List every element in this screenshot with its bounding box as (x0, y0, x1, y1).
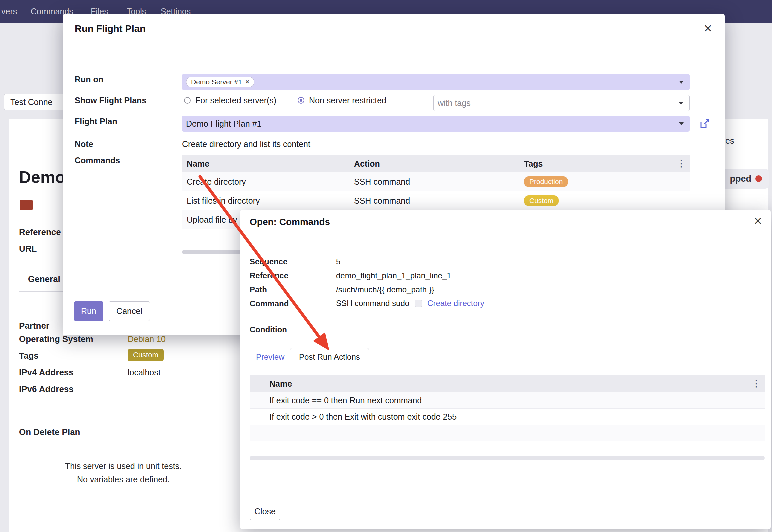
note-line-1: This server is used in unit tests. (50, 459, 197, 473)
open-commands-modal: Open: Commands × Sequence Reference Path… (240, 210, 771, 529)
table-row[interactable]: Create directory SSH command Production (182, 172, 690, 191)
cell-action: SSH command (354, 196, 410, 206)
chevron-down-icon (679, 102, 683, 105)
post-run-actions-table: Name ⋮ If exit code == 0 then Run next c… (250, 375, 765, 441)
run-button[interactable]: Run (74, 301, 103, 321)
note-value: Create directory and list its content (182, 138, 310, 150)
label-flight-plan: Flight Plan (75, 116, 117, 127)
column-options-icon[interactable]: ⋮ (677, 158, 686, 169)
label-show-flight-plans: Show Flight Plans (75, 95, 146, 106)
form-separator (176, 72, 176, 265)
col-action[interactable]: Action (354, 159, 380, 169)
field-label-ipv6: IPv6 Address (19, 384, 74, 394)
col-name[interactable]: Name (269, 379, 292, 389)
column-options-icon[interactable]: ⋮ (752, 378, 761, 389)
cancel-button[interactable]: Cancel (109, 301, 150, 321)
close-icon[interactable]: × (704, 21, 712, 35)
panel-header-fragment: es (725, 136, 734, 146)
field-label-on-delete-plan: On Delete Plan (19, 427, 80, 437)
field-value-ipv4: localhost (128, 367, 161, 378)
nav-item-servers[interactable]: vers (1, 0, 17, 23)
cell-name: Create directory (187, 177, 246, 187)
chip-remove-icon[interactable]: ✕ (245, 79, 250, 85)
close-button[interactable]: Close (250, 503, 280, 520)
table-row[interactable]: If exit code > 0 then Exit with custom e… (250, 409, 765, 425)
commands-modal-title: Open: Commands (250, 217, 330, 227)
cell-action-name: If exit code > 0 then Exit with custom e… (269, 412, 457, 422)
status-label: pped (730, 174, 752, 184)
label-condition: Condition (250, 324, 287, 335)
cell-action: SSH command (354, 177, 410, 187)
label-command: Command (250, 298, 289, 309)
field-label-tags: Tags (19, 350, 39, 361)
label-path: Path (250, 284, 267, 295)
run-modal-title: Run Flight Plan (75, 23, 146, 34)
value-command: SSH command sudo (336, 299, 409, 308)
value-reference: demo_flight_plan_1_plan_line_1 (336, 270, 451, 281)
table-row[interactable]: List files in directory SSH command Cust… (182, 191, 690, 210)
cell-name: Upload file by (187, 215, 237, 225)
tag-badge-production: Production (524, 176, 568, 187)
flight-plan-value: Demo Flight Plan #1 (186, 119, 262, 129)
tag-badge-custom: Custom (524, 195, 559, 206)
table-row[interactable]: If exit code == 0 then Run next command (250, 392, 765, 409)
form-separator (332, 322, 332, 338)
chevron-down-icon (679, 81, 684, 84)
status-stopped-dot (755, 175, 762, 182)
color-swatch[interactable] (20, 200, 33, 210)
tags-placeholder: with tags (438, 98, 471, 108)
value-path: /such/much/{{ demo_path }} (336, 284, 434, 295)
field-label-ipv4: IPv4 Address (19, 367, 74, 378)
commands-table-header: Name Action Tags ⋮ (182, 155, 690, 172)
note-line-2: No variables are defined. (50, 473, 197, 486)
radio-for-selected-servers[interactable] (184, 97, 191, 104)
create-directory-link[interactable]: Create directory (427, 299, 484, 308)
label-run-on: Run on (75, 74, 103, 85)
server-chip[interactable]: Demo Server #1 ✕ (186, 77, 254, 87)
field-label-partner: Partner (19, 320, 49, 331)
unit-test-note: This server is used in unit tests. No va… (50, 459, 197, 486)
label-commands: Commands (75, 155, 120, 166)
label-reference: Reference (250, 270, 288, 281)
fields-divider (120, 321, 120, 443)
chevron-down-icon (679, 122, 684, 125)
field-value-os[interactable]: Debian 10 (128, 334, 166, 344)
value-sequence: 5 (336, 256, 340, 267)
actions-table-header: Name ⋮ (250, 375, 765, 392)
external-link-icon[interactable] (699, 118, 710, 129)
value-command-row: SSH command sudo Create directory (336, 297, 484, 309)
command-checkbox[interactable] (415, 300, 422, 307)
field-label-os: Operating System (19, 334, 93, 344)
tab-post-run-actions[interactable]: Post Run Actions (290, 348, 369, 366)
col-name[interactable]: Name (187, 159, 209, 169)
tag-badge-custom: Custom (128, 349, 164, 361)
cell-name: List files in directory (187, 196, 260, 206)
tags-filter-select[interactable]: with tags (433, 95, 690, 111)
form-separator (332, 255, 332, 312)
flight-plan-select[interactable]: Demo Flight Plan #1 (182, 116, 690, 132)
server-title: Demo (19, 168, 65, 187)
tab-general[interactable]: General (28, 274, 60, 284)
close-icon[interactable]: × (754, 214, 762, 228)
chip-label: Demo Server #1 (191, 78, 242, 86)
radio-label-non-server-restricted[interactable]: Non server restricted (309, 95, 386, 106)
label-sequence: Sequence (250, 256, 287, 267)
run-on-select[interactable]: Demo Server #1 ✕ (182, 74, 690, 90)
col-tags[interactable]: Tags (524, 159, 543, 169)
table-scrollbar[interactable] (250, 456, 765, 460)
table-row-empty (250, 425, 765, 441)
field-label-url: URL (19, 243, 37, 254)
radio-non-server-restricted[interactable] (298, 97, 304, 104)
header-divider (240, 244, 771, 244)
radio-label-for-selected-servers[interactable]: For selected server(s) (195, 95, 276, 106)
field-label-reference: Reference (19, 227, 61, 237)
tab-preview[interactable]: Preview (256, 348, 284, 366)
cell-action-name: If exit code == 0 then Run next command (269, 396, 422, 405)
label-note: Note (75, 138, 93, 150)
